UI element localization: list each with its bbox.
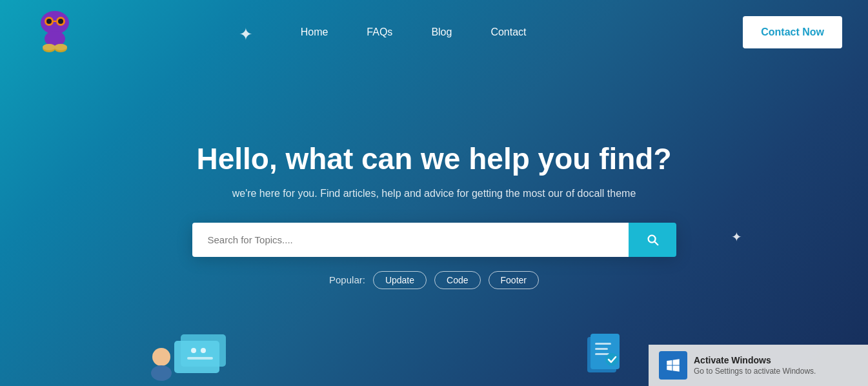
contact-now-button[interactable]: Contact Now — [743, 16, 842, 48]
nav-item-blog[interactable]: Blog — [431, 26, 452, 38]
search-button[interactable] — [629, 223, 676, 257]
svg-point-3 — [46, 19, 52, 24]
nav-links: Home FAQs Blog Contact — [301, 26, 527, 38]
windows-icon — [665, 357, 681, 374]
popular-row: Popular: Update Code Footer — [329, 271, 539, 289]
svg-rect-20 — [595, 343, 611, 345]
svg-point-23 — [605, 353, 618, 366]
search-input[interactable] — [192, 223, 629, 257]
svg-point-15 — [191, 348, 196, 353]
search-icon — [645, 232, 660, 247]
windows-activation-subtitle: Go to Settings to activate Windows. — [694, 367, 816, 376]
svg-point-14 — [151, 365, 172, 381]
windows-activation-title: Activate Windows — [694, 355, 816, 365]
windows-icon-box — [659, 351, 687, 380]
svg-rect-21 — [595, 348, 608, 350]
nav-item-faqs[interactable]: FAQs — [367, 26, 392, 38]
windows-activation-notice: Activate Windows Go to Settings to activ… — [649, 345, 868, 386]
bottom-right-icon — [587, 334, 623, 378]
popular-label: Popular: — [329, 274, 365, 285]
hero-subtitle: we're here for you. Find articles, help … — [232, 188, 636, 199]
svg-point-4 — [58, 19, 63, 24]
person-illustration — [142, 321, 271, 386]
popular-tag-footer[interactable]: Footer — [489, 271, 539, 289]
nav-item-home[interactable]: Home — [301, 26, 328, 38]
search-bar — [192, 223, 676, 257]
nav-item-contact[interactable]: Contact — [490, 26, 526, 38]
svg-point-16 — [201, 348, 206, 353]
svg-rect-17 — [187, 357, 213, 360]
popular-tag-code[interactable]: Code — [434, 271, 480, 289]
hero-section: ✦ ✦ Home — [0, 0, 868, 386]
popular-tag-update[interactable]: Update — [373, 271, 427, 289]
windows-activation-text: Activate Windows Go to Settings to activ… — [694, 355, 816, 376]
hero-title: Hello, what can we help you find? — [196, 142, 671, 176]
svg-point-13 — [152, 348, 170, 366]
svg-rect-22 — [595, 353, 609, 355]
hero-content: Hello, what can we help you find? we're … — [0, 45, 868, 386]
